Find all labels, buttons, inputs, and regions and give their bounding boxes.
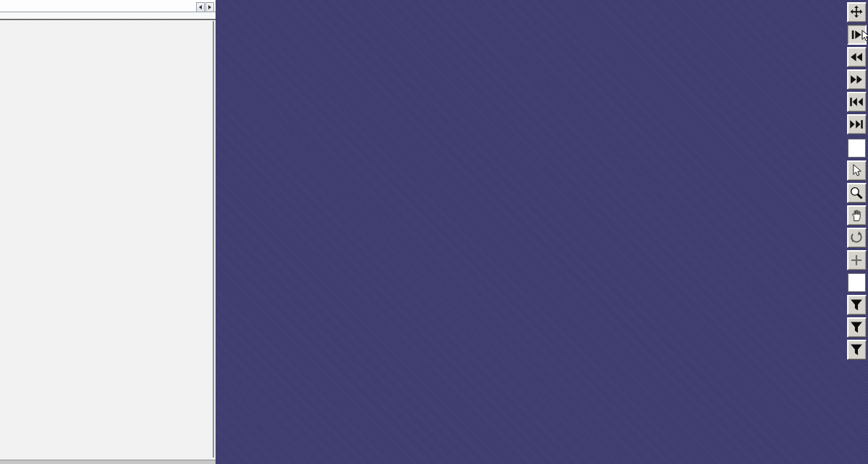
pan-button[interactable] [847, 2, 867, 22]
tab-page-strip [0, 12, 216, 19]
fast-forward-button[interactable] [847, 69, 867, 90]
hand-icon [849, 208, 864, 223]
skip-to-end-icon [849, 117, 864, 132]
skip-to-start-icon [849, 95, 864, 109]
rotate-3d-icon [849, 231, 864, 245]
crosshair-icon [849, 253, 864, 267]
fast-forward-icon [849, 72, 864, 87]
comb-channels-panel [0, 21, 214, 457]
rotate-tool-button[interactable] [847, 228, 867, 248]
tab-scroll-left-button[interactable] [196, 2, 205, 12]
pointer-cursor-icon [849, 163, 864, 178]
crosshair-tool-button[interactable] [847, 250, 867, 270]
tab-panel-region [0, 0, 216, 464]
funnel-n-icon [849, 343, 864, 357]
tab-scrollers [195, 2, 214, 12]
pan-icon [849, 5, 864, 20]
tab-strip [0, 0, 216, 12]
skip-to-start-button[interactable] [847, 92, 867, 112]
left-arrow-icon [199, 5, 202, 9]
mouse-cursor [861, 30, 868, 43]
skip-to-end-button[interactable] [847, 114, 867, 134]
right-arrow-icon [208, 5, 211, 9]
panel-bottom-edge [0, 460, 216, 464]
filter-n-button[interactable] [847, 340, 867, 360]
figure-toolbar [846, 2, 867, 362]
pointer-tool-button[interactable] [847, 160, 867, 181]
frame-number-field[interactable] [848, 139, 866, 158]
funnel-d-icon [849, 320, 864, 335]
filter-button[interactable] [847, 295, 867, 315]
zoom-tool-button[interactable] [847, 183, 867, 203]
magnifier-icon [849, 186, 864, 200]
hand-tool-button[interactable] [847, 205, 867, 225]
funnel-icon [849, 298, 864, 312]
rewind-button[interactable] [847, 47, 867, 67]
line-width-field[interactable] [848, 273, 866, 292]
rewind-icon [849, 50, 864, 64]
tab-scroll-right-button[interactable] [205, 2, 214, 12]
filter-d-button[interactable] [847, 317, 867, 338]
